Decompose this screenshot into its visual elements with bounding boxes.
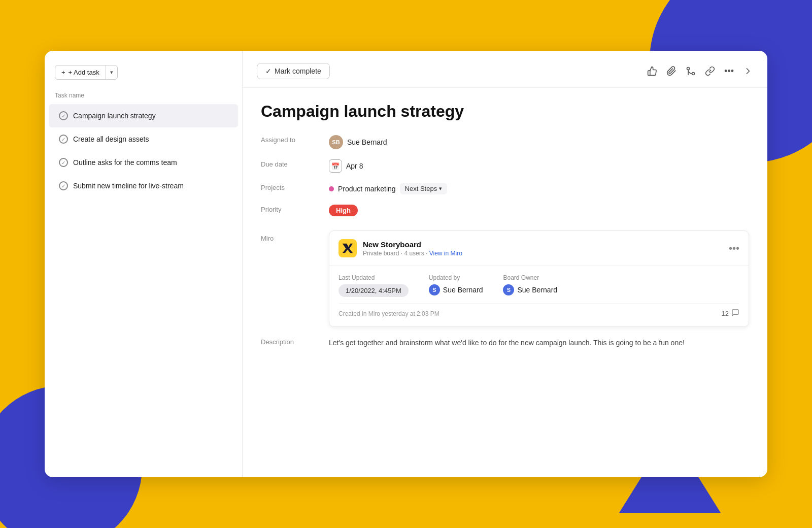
add-task-label: + Add task [69,69,99,76]
caret-down-icon[interactable]: ▾ [106,66,117,79]
miro-meta-row: Last Updated 1/20/2022, 4:45PM Updated b… [339,274,739,297]
calendar-icon: 📅 [329,159,342,173]
task-check-icon-4: ✓ [59,181,68,190]
due-date-text: Apr 8 [346,162,363,170]
link-icon[interactable] [705,66,715,76]
updated-by-name: Sue Bernard [443,286,483,294]
task-check-icon-2: ✓ [59,135,68,144]
task-detail: Campaign launch strategy Assigned to SB … [243,88,767,373]
task-label-1: Campaign launch strategy [73,112,156,120]
thumbs-up-icon[interactable] [647,66,657,76]
paperclip-icon[interactable] [666,66,676,76]
due-date-row: Due date 📅 Apr 8 [261,159,749,173]
task-list-header: Task name [45,90,242,104]
projects-value: Product marketing Next Steps ▾ [329,183,447,194]
miro-created-text: Created in Miro yesterday at 2:03 PM [339,310,439,317]
assigned-to-label: Assigned to [261,135,317,144]
avatar-initials: SB [332,139,340,145]
priority-label: Priority [261,205,317,213]
miro-card: New Storyboard Private board · 4 users ·… [329,230,749,327]
task-label-2: Create all design assets [73,135,149,143]
add-task-button[interactable]: + + Add task ▾ [55,65,118,80]
branch-icon[interactable] [686,66,696,76]
due-date-label: Due date [261,159,317,168]
task-label-4: Submit new timeline for live-stream [73,182,184,190]
priority-row: Priority High [261,205,749,216]
miro-row: Miro New Storyboard Private board · 4 us… [261,226,749,327]
miro-board-title: New Storyboard [363,240,729,249]
chevron-down-icon: ▾ [439,185,442,192]
assigned-to-value: SB Sue Bernard [329,135,387,149]
description-label: Description [261,337,317,346]
right-panel: ✓ Mark complete ••• [243,51,767,477]
miro-label: Miro [261,226,317,242]
task-item-1[interactable]: ✓ Campaign launch strategy [49,104,238,127]
toolbar-icons: ••• [647,66,753,77]
view-in-miro-link[interactable]: View in Miro [429,250,462,257]
miro-logo [339,239,357,257]
more-icon[interactable]: ••• [724,66,734,77]
miro-card-body: Last Updated 1/20/2022, 4:45PM Updated b… [329,266,749,326]
left-toolbar: + + Add task ▾ [45,65,242,90]
description-text: Let's get together and brainstorm what w… [329,337,685,348]
miro-info: New Storyboard Private board · 4 users ·… [363,240,729,257]
miro-more-icon[interactable]: ••• [729,243,739,254]
projects-label: Projects [261,183,317,191]
expand-icon[interactable] [743,66,753,76]
description-row: Description Let's get together and brain… [261,337,749,348]
board-owner-col: Board Owner S Sue Bernard [503,274,557,295]
project-dot [329,186,334,191]
board-owner-label: Board Owner [503,274,557,281]
priority-badge[interactable]: High [329,205,358,216]
task-item-4[interactable]: ✓ Submit new timeline for live-stream [49,174,238,197]
next-steps-badge[interactable]: Next Steps ▾ [400,183,448,194]
task-title: Campaign launch strategy [261,102,749,121]
board-owner-avatar: S [503,284,514,295]
assignee-name: Sue Bernard [347,138,387,146]
main-card: + + Add task ▾ Task name ✓ Campaign laun… [45,51,767,477]
miro-comments[interactable]: 12 [722,309,739,318]
updated-by-avatar: S [429,284,440,295]
comment-bubble-icon [731,309,739,318]
updated-by-value: S Sue Bernard [429,284,483,295]
projects-row: Projects Product marketing Next Steps ▾ [261,183,749,194]
task-item-2[interactable]: ✓ Create all design assets [49,127,238,151]
last-updated-label: Last Updated [339,274,409,281]
miro-card-header: New Storyboard Private board · 4 users ·… [329,231,749,266]
plus-icon: + [61,69,65,76]
miro-board-subtitle: Private board · 4 users · View in Miro [363,250,729,257]
checkmark-icon: ✓ [265,67,272,75]
priority-value: High [329,205,358,216]
assigned-to-row: Assigned to SB Sue Bernard [261,135,749,149]
left-panel: + + Add task ▾ Task name ✓ Campaign laun… [45,51,243,477]
task-item-3[interactable]: ✓ Outline asks for the comms team [49,151,238,174]
next-steps-label: Next Steps [405,185,437,192]
updated-by-label: Updated by [429,274,483,281]
last-updated-value: 1/20/2022, 4:45PM [339,284,409,297]
task-check-icon-3: ✓ [59,158,68,167]
project-primary: Product marketing [338,185,396,193]
board-owner-name: Sue Bernard [517,286,557,294]
task-label-3: Outline asks for the comms team [73,158,177,167]
task-check-icon-1: ✓ [59,111,68,120]
mark-complete-label: Mark complete [275,67,321,75]
last-updated-col: Last Updated 1/20/2022, 4:45PM [339,274,409,297]
date-pill: 1/20/2022, 4:45PM [339,284,409,297]
description-value: Let's get together and brainstorm what w… [329,337,685,348]
add-task-main[interactable]: + + Add task [55,65,106,79]
due-date-value: 📅 Apr 8 [329,159,363,173]
miro-card-container: New Storyboard Private board · 4 users ·… [329,226,749,327]
miro-footer: Created in Miro yesterday at 2:03 PM 12 [339,303,739,318]
right-toolbar: ✓ Mark complete ••• [243,51,767,88]
comments-count: 12 [722,310,729,317]
mark-complete-button[interactable]: ✓ Mark complete [257,63,330,79]
board-owner-value: S Sue Bernard [503,284,557,295]
updated-by-col: Updated by S Sue Bernard [429,274,483,295]
avatar: SB [329,135,343,149]
